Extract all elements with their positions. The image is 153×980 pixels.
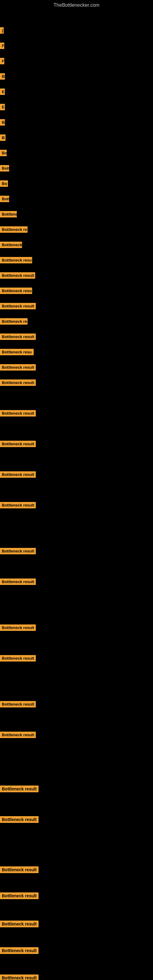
bottleneck-item-31: Bottleneck result [0, 624, 36, 632]
bottleneck-item-40: Bottleneck result [0, 947, 38, 955]
bottleneck-item-9: Bo [0, 150, 7, 158]
bottleneck-item-36: Bottleneck result [0, 816, 38, 824]
bottleneck-label-15: Bottleneck [0, 242, 22, 248]
bottleneck-item-41: Bottleneck result [0, 975, 38, 980]
bottleneck-item-21: Bottleneck result [0, 334, 36, 341]
bottleneck-label-1: | [0, 27, 4, 34]
items-container: |FFBEEBBBoBottBoBottBottleneBottleneck r… [0, 10, 153, 980]
bottleneck-label-28: Bottleneck result [0, 502, 36, 508]
bottleneck-label-18: Bottleneck resu [0, 288, 32, 294]
bottleneck-label-32: Bottleneck result [0, 655, 36, 662]
bottleneck-label-25: Bottleneck result [0, 410, 36, 417]
bottleneck-label-17: Bottleneck result [0, 272, 35, 279]
bottleneck-label-36: Bottleneck result [0, 816, 38, 823]
bottleneck-item-30: Bottleneck result [0, 579, 36, 586]
bottleneck-item-19: Bottleneck result [0, 303, 36, 310]
bottleneck-item-24: Bottleneck result [0, 379, 36, 387]
bottleneck-item-20: Bottleneck re [0, 318, 27, 326]
bottleneck-label-14: Bottleneck re [0, 226, 27, 233]
bottleneck-label-34: Bottleneck result [0, 732, 36, 738]
bottleneck-label-30: Bottleneck result [0, 579, 36, 585]
bottleneck-item-25: Bottleneck result [0, 410, 36, 418]
bottleneck-label-9: Bo [0, 150, 7, 156]
bottleneck-item-11: Bo [0, 180, 8, 188]
bottleneck-item-2: F [0, 43, 4, 50]
bottleneck-item-3: F [0, 58, 4, 65]
bottleneck-label-33: Bottleneck result [0, 701, 36, 708]
bottleneck-item-29: Bottleneck result [0, 548, 36, 555]
bottleneck-label-35: Bottleneck result [0, 786, 38, 792]
bottleneck-item-13: Bottlene [0, 211, 17, 219]
bottleneck-item-18: Bottleneck resu [0, 288, 32, 295]
bottleneck-item-39: Bottleneck result [0, 921, 38, 929]
bottleneck-item-15: Bottleneck [0, 242, 22, 249]
bottleneck-label-19: Bottleneck result [0, 303, 36, 309]
bottleneck-item-14: Bottleneck re [0, 226, 27, 234]
bottleneck-item-38: Bottleneck result [0, 892, 38, 900]
bottleneck-item-5: E [0, 89, 5, 96]
bottleneck-item-22: Bottleneck resu [0, 349, 33, 356]
bottleneck-label-2: F [0, 43, 4, 49]
bottleneck-label-40: Bottleneck result [0, 947, 38, 954]
bottleneck-label-7: B [0, 119, 5, 126]
bottleneck-label-10: Bott [0, 165, 9, 172]
bottleneck-item-12: Bott [0, 196, 9, 204]
site-title: TheBottlenecker.com [0, 0, 153, 10]
bottleneck-item-33: Bottleneck result [0, 701, 36, 709]
bottleneck-item-7: B [0, 119, 5, 127]
bottleneck-label-6: E [0, 104, 5, 110]
bottleneck-label-13: Bottlene [0, 211, 17, 218]
bottleneck-label-21: Bottleneck result [0, 334, 36, 340]
bottleneck-label-11: Bo [0, 180, 8, 187]
bottleneck-item-6: E [0, 104, 5, 111]
bottleneck-label-8: B [0, 134, 5, 141]
bottleneck-item-34: Bottleneck result [0, 732, 36, 739]
bottleneck-item-10: Bott [0, 165, 9, 173]
bottleneck-label-38: Bottleneck result [0, 892, 38, 899]
bottleneck-label-26: Bottleneck result [0, 441, 36, 447]
bottleneck-item-16: Bottleneck resu [0, 257, 32, 265]
bottleneck-item-28: Bottleneck result [0, 502, 36, 510]
bottleneck-label-29: Bottleneck result [0, 548, 36, 554]
bottleneck-item-8: B [0, 134, 5, 142]
bottleneck-item-17: Bottleneck result [0, 272, 35, 280]
bottleneck-label-23: Bottleneck result [0, 364, 36, 371]
bottleneck-label-4: B [0, 73, 5, 80]
bottleneck-item-35: Bottleneck result [0, 786, 38, 794]
bottleneck-item-32: Bottleneck result [0, 655, 36, 663]
bottleneck-item-37: Bottleneck result [0, 866, 38, 874]
bottleneck-label-31: Bottleneck result [0, 624, 36, 631]
bottleneck-label-16: Bottleneck resu [0, 257, 32, 263]
bottleneck-label-39: Bottleneck result [0, 921, 38, 928]
bottleneck-label-41: Bottleneck result [0, 975, 38, 980]
bottleneck-item-1: | [0, 27, 4, 35]
bottleneck-item-26: Bottleneck result [0, 441, 36, 449]
bottleneck-label-24: Bottleneck result [0, 379, 36, 386]
bottleneck-item-27: Bottleneck result [0, 471, 36, 479]
bottleneck-label-5: E [0, 89, 5, 95]
bottleneck-label-27: Bottleneck result [0, 471, 36, 478]
bottleneck-label-20: Bottleneck re [0, 318, 27, 325]
bottleneck-label-37: Bottleneck result [0, 866, 38, 873]
bottleneck-label-3: F [0, 58, 4, 64]
bottleneck-label-12: Bott [0, 196, 9, 202]
bottleneck-label-22: Bottleneck resu [0, 349, 33, 355]
bottleneck-item-23: Bottleneck result [0, 364, 36, 372]
bottleneck-item-4: B [0, 73, 5, 81]
